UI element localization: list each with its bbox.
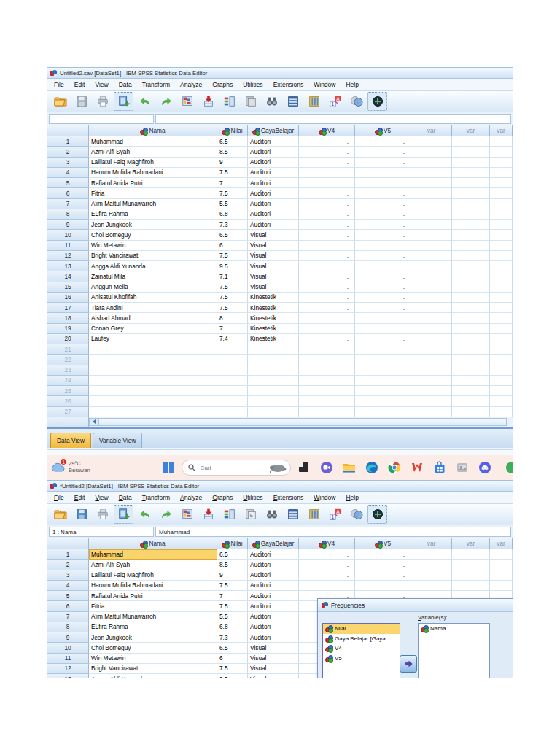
- cell-v4-missing[interactable]: .: [299, 334, 355, 344]
- cell-nilai[interactable]: 7.5: [217, 581, 248, 591]
- cell-var[interactable]: [452, 560, 490, 570]
- cell-nilai[interactable]: 7.5: [217, 664, 248, 674]
- cell-var[interactable]: [411, 261, 452, 271]
- cell-gayabelajar[interactable]: Auditori: [248, 136, 299, 147]
- row-number[interactable]: 10: [47, 643, 89, 653]
- cell-nilai[interactable]: 7: [217, 324, 248, 334]
- cell-nama[interactable]: Conan Grey: [89, 324, 217, 334]
- row-number[interactable]: 6: [47, 601, 89, 611]
- col-header-var[interactable]: var: [452, 538, 490, 549]
- cell-var[interactable]: [452, 271, 490, 282]
- row-number[interactable]: 13: [47, 674, 89, 678]
- cell-var[interactable]: [490, 178, 513, 188]
- cell-gayabelajar[interactable]: Auditori: [248, 549, 299, 560]
- cell-var[interactable]: [490, 209, 513, 220]
- cell-empty[interactable]: [452, 376, 490, 386]
- search-highlight-image[interactable]: [268, 462, 287, 473]
- cell-nilai[interactable]: 7.3: [217, 632, 248, 643]
- cell-empty[interactable]: [299, 386, 355, 396]
- cell-empty[interactable]: [490, 407, 513, 417]
- cell-v5-missing[interactable]: .: [355, 178, 411, 188]
- open-data-document-icon[interactable]: [50, 92, 70, 111]
- cell-empty[interactable]: [452, 396, 490, 406]
- cell-nilai[interactable]: 8: [217, 313, 248, 323]
- cell-v4-missing[interactable]: .: [299, 136, 355, 147]
- cell-empty[interactable]: [452, 355, 490, 365]
- cell-var[interactable]: [411, 188, 452, 198]
- cell-var[interactable]: [490, 158, 513, 168]
- col-header-nilai[interactable]: Nilai: [217, 538, 248, 549]
- cell-var[interactable]: [452, 220, 490, 230]
- cell-nilai[interactable]: 5.5: [217, 612, 248, 622]
- cell-gayabelajar[interactable]: Auditori: [248, 581, 299, 591]
- cell-gayabelajar[interactable]: Visual: [248, 241, 299, 251]
- show-all-variables-icon[interactable]: [368, 92, 387, 111]
- cell-v5-missing[interactable]: .: [355, 560, 411, 570]
- file-explorer-icon[interactable]: [340, 458, 359, 477]
- cell-nilai[interactable]: 6: [217, 654, 248, 664]
- cell-v4-missing[interactable]: .: [299, 209, 355, 220]
- insert-variable-icon[interactable]: [304, 505, 324, 524]
- menu-item[interactable]: Utilities: [238, 80, 268, 89]
- cell-var[interactable]: [490, 220, 513, 230]
- cell-empty[interactable]: [217, 344, 248, 355]
- menu-item[interactable]: Transform: [137, 80, 175, 89]
- cell-empty[interactable]: [355, 365, 411, 376]
- cell-v5-missing[interactable]: .: [355, 209, 411, 220]
- cell-nama[interactable]: Lailiatul Faiq Maghfiroh: [89, 158, 217, 168]
- menu-item[interactable]: Extensions: [268, 493, 309, 502]
- row-number[interactable]: 25: [47, 386, 89, 396]
- cell-var[interactable]: [490, 147, 513, 157]
- cell-gayabelajar[interactable]: Kinestetik: [248, 334, 299, 344]
- cell-empty[interactable]: [89, 407, 217, 417]
- menu-item[interactable]: Window: [308, 493, 341, 502]
- col-header-var[interactable]: var: [452, 125, 490, 136]
- source-variable-item[interactable]: V5: [323, 654, 400, 664]
- go-to-chart-icon[interactable]: [177, 92, 197, 111]
- cell-gayabelajar[interactable]: Auditori: [248, 188, 299, 198]
- menu-item[interactable]: Data: [114, 80, 137, 89]
- cell-v4-missing[interactable]: .: [299, 271, 355, 282]
- cell-empty[interactable]: [490, 386, 513, 396]
- cell-v4-missing[interactable]: .: [299, 199, 355, 209]
- cell-var[interactable]: [411, 334, 452, 344]
- start-button[interactable]: [163, 460, 174, 476]
- cell-gayabelajar[interactable]: Visual: [248, 271, 299, 282]
- cell-nilai[interactable]: 7.5: [217, 303, 248, 313]
- cell-gayabelajar[interactable]: Visual: [248, 664, 299, 674]
- source-variable-list[interactable]: Nilai Gaya Belajar [Gaya... V4 V5: [322, 623, 400, 678]
- cell-v5-missing[interactable]: .: [355, 188, 411, 198]
- cell-v4-missing[interactable]: .: [299, 230, 355, 240]
- cell-v4-missing[interactable]: .: [299, 303, 355, 313]
- row-number[interactable]: 2: [47, 560, 89, 570]
- cell-empty[interactable]: [355, 344, 411, 355]
- cell-v5-missing[interactable]: .: [355, 324, 411, 334]
- cell-gayabelajar[interactable]: Kinestetik: [248, 303, 299, 313]
- cell-v4-missing[interactable]: .: [299, 570, 355, 581]
- cell-nama[interactable]: Win Metawin: [89, 241, 217, 251]
- cell-v4-missing[interactable]: .: [299, 293, 355, 303]
- variables-icon[interactable]: [241, 92, 260, 111]
- cell-var[interactable]: [490, 241, 513, 251]
- cell-var[interactable]: [490, 136, 513, 147]
- cell-v5-missing[interactable]: .: [355, 570, 411, 581]
- row-number[interactable]: 14: [47, 271, 89, 282]
- row-number[interactable]: 11: [47, 654, 89, 664]
- cell-var[interactable]: [411, 282, 452, 293]
- cell-var[interactable]: [490, 168, 513, 178]
- col-header-v5[interactable]: V5: [355, 125, 411, 136]
- row-number[interactable]: 4: [47, 581, 89, 591]
- cell-empty[interactable]: [217, 407, 248, 417]
- cell-v5-missing[interactable]: .: [355, 147, 411, 157]
- cell-empty[interactable]: [248, 344, 299, 355]
- cell-var[interactable]: [490, 303, 513, 313]
- row-number[interactable]: 9: [47, 632, 89, 643]
- cell-var[interactable]: [452, 261, 490, 271]
- col-header-var[interactable]: var: [411, 538, 452, 549]
- cell-gayabelajar[interactable]: Visual: [248, 251, 299, 261]
- insert-cases-icon[interactable]: [283, 92, 303, 111]
- cell-nama[interactable]: Bright Vancirawat: [89, 664, 217, 674]
- cell-empty[interactable]: [490, 365, 513, 376]
- col-header-var[interactable]: var: [490, 538, 513, 549]
- row-number[interactable]: 12: [47, 664, 89, 674]
